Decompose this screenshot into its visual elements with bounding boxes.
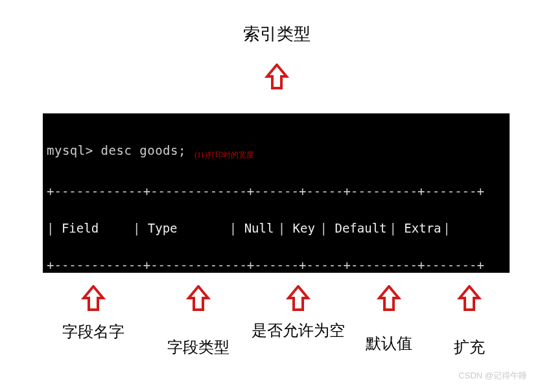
col-null: Null xyxy=(244,222,278,235)
arrow-up-icon xyxy=(81,285,106,312)
col-field: Field xyxy=(62,222,133,235)
annotation-extra: 扩充 xyxy=(454,285,485,358)
watermark: CSDN @记得午睡 xyxy=(458,370,527,382)
prompt-line: mysql> desc goods; xyxy=(47,144,506,157)
col-key: Key xyxy=(293,222,320,235)
arrow-up-icon xyxy=(186,285,211,312)
arrow-up-icon xyxy=(265,63,289,91)
col-type: Type xyxy=(148,222,229,235)
separator-line: +------------+-------------+------+-----… xyxy=(47,259,506,271)
mysql-terminal: mysql> desc goods; +------------+-------… xyxy=(43,113,510,273)
arrow-up-icon xyxy=(377,285,401,312)
col-default: Default xyxy=(335,222,389,235)
annotation-field-type: 字段类型 xyxy=(167,285,229,358)
separator-line: +------------+-------------+------+-----… xyxy=(47,185,506,198)
arrow-up-icon xyxy=(457,285,482,312)
table-header-row: | Field| Type| Null| Key| Default| Extra… xyxy=(47,222,506,235)
annotation-field-name: 字段名字 xyxy=(62,285,124,342)
annotation-default-value: 默认值 xyxy=(366,285,412,354)
red-annotation: (11)打印时的宽度 xyxy=(194,151,254,159)
arrow-up-icon xyxy=(286,285,311,312)
annotation-null-allowed: 是否允许为空 xyxy=(252,285,345,341)
col-extra: Extra xyxy=(404,222,443,235)
annotation-key-type: 索引类型 xyxy=(243,23,311,45)
